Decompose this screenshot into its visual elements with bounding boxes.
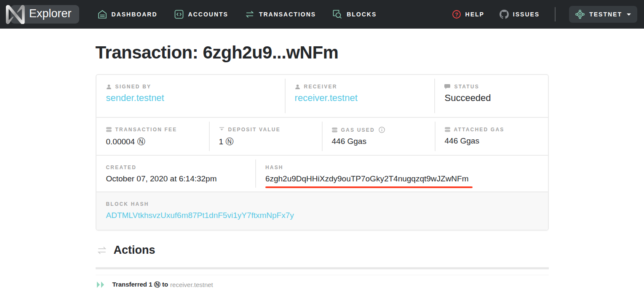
status-bubble-icon xyxy=(444,84,450,90)
nav-menu: DASHBOARD ACCOUNTS TRANSACTIONS BLOCKS xyxy=(98,10,394,19)
created-label-row: CREATED xyxy=(106,165,248,170)
main-content: Transaction: 6zgh2u9...wNFm SIGNED BY se… xyxy=(96,43,549,294)
user-icon xyxy=(295,84,300,90)
nav-item-label: BLOCKS xyxy=(347,11,377,18)
receiver-cell: RECEIVER receiver.testnet xyxy=(285,75,435,117)
info-icon[interactable] xyxy=(379,127,385,133)
block-hash-label-row: BLOCK HASH xyxy=(106,201,540,207)
page: Explorer DASHBOARD ACCOUNTS TRANSACTIONS xyxy=(0,0,644,303)
gas-used-cell: GAS USED 446 Ggas xyxy=(322,118,435,155)
transfer-chevrons-icon xyxy=(96,282,106,288)
nav-right: ? HELP ISSUES TESTNET xyxy=(452,6,637,23)
action-description: Transferred 1 Ⓝ to xyxy=(112,281,168,289)
block-hash-link[interactable]: ADTMLVtkhsvzUxuf6m87Pt1dnF5vi1yY7ftxmNpF… xyxy=(106,211,294,220)
receiver-label: RECEIVER xyxy=(304,84,337,90)
transaction-fee-cell: TRANSACTION FEE 0.00004 Ⓝ xyxy=(96,118,209,155)
gas-used-label: GAS USED xyxy=(341,127,375,133)
attached-gas-label: ATTACHED GAS xyxy=(454,127,505,133)
signed-by-label: SIGNED BY xyxy=(115,84,152,90)
transaction-details-card: SIGNED BY sender.testnet RECEIVER receiv… xyxy=(96,74,549,231)
user-icon xyxy=(106,84,112,90)
hash-value: 6zgh2u9DqHHiXzdy9ouTP7oGky2T4nugqzqt9wJZ… xyxy=(265,174,540,183)
hash-annotation-underline xyxy=(265,186,473,188)
status-value: Succeeded xyxy=(444,93,540,104)
network-label: TESTNET xyxy=(589,11,622,18)
block-hash-label: BLOCK HASH xyxy=(106,201,149,207)
status-cell: STATUS Succeeded xyxy=(435,75,548,117)
card-row-block-hash: BLOCK HASH ADTMLVtkhsvzUxuf6m87Pt1dnF5vi… xyxy=(96,191,548,230)
accounts-icon xyxy=(174,10,184,19)
receiver-account-link[interactable]: receiver.testnet xyxy=(295,93,358,103)
network-selector-button[interactable]: TESTNET xyxy=(569,6,637,23)
actions-divider xyxy=(96,267,549,269)
issues-label: ISSUES xyxy=(513,11,540,18)
block-hash-cell: BLOCK HASH ADTMLVtkhsvzUxuf6m87Pt1dnF5vi… xyxy=(96,192,548,230)
coins-icon xyxy=(445,127,450,132)
svg-text:?: ? xyxy=(455,12,458,18)
attached-gas-cell: ATTACHED GAS 446 Ggas xyxy=(435,118,548,155)
dashboard-icon xyxy=(98,10,107,19)
deposit-value-cell: DEPOSIT VALUE 1 Ⓝ xyxy=(209,118,322,155)
action-receiver-link[interactable]: receiver.testnet xyxy=(170,281,213,288)
deposit-value-value: 1 Ⓝ xyxy=(219,136,315,147)
transaction-fee-label-row: TRANSACTION FEE xyxy=(106,127,202,133)
card-row-identity: SIGNED BY sender.testnet RECEIVER receiv… xyxy=(96,75,548,117)
issues-link[interactable]: ISSUES xyxy=(500,10,540,19)
help-label: HELP xyxy=(465,11,484,18)
card-row-gas: TRANSACTION FEE 0.00004 Ⓝ DEPOSIT VALUE … xyxy=(96,117,548,155)
blocks-icon xyxy=(333,10,342,19)
help-icon: ? xyxy=(452,10,461,19)
brand-link[interactable]: Explorer xyxy=(6,5,79,24)
nav-item-label: ACCOUNTS xyxy=(188,11,228,18)
attached-gas-value: 446 Ggas xyxy=(445,136,540,146)
created-value: October 07, 2020 at 6:14:32pm xyxy=(106,174,248,183)
transactions-icon xyxy=(245,10,254,19)
nav-item-label: DASHBOARD xyxy=(112,11,158,18)
filter-icon xyxy=(219,127,224,132)
action-row: Transferred 1 Ⓝ to receiver.testnet xyxy=(96,275,549,294)
help-link[interactable]: ? HELP xyxy=(452,10,484,19)
receiver-label-row: RECEIVER xyxy=(295,84,428,90)
hash-label: HASH xyxy=(265,165,283,170)
near-logo-icon xyxy=(6,5,25,24)
status-label-row: STATUS xyxy=(444,84,540,90)
deposit-value-label-row: DEPOSIT VALUE xyxy=(219,127,315,133)
deposit-value-label: DEPOSIT VALUE xyxy=(228,127,281,133)
actions-header: Actions xyxy=(96,244,549,257)
chevron-down-icon xyxy=(627,13,631,18)
coins-icon xyxy=(106,127,112,132)
nav-item-blocks[interactable]: BLOCKS xyxy=(333,10,377,19)
status-label: STATUS xyxy=(454,84,479,90)
hash-cell: HASH 6zgh2u9DqHHiXzdy9ouTP7oGky2T4nugqzq… xyxy=(256,156,548,191)
card-row-created-hash: CREATED October 07, 2020 at 6:14:32pm HA… xyxy=(96,155,548,191)
attached-gas-label-row: ATTACHED GAS xyxy=(445,127,540,133)
github-icon xyxy=(500,10,509,19)
actions-title: Actions xyxy=(114,244,155,257)
created-cell: CREATED October 07, 2020 at 6:14:32pm xyxy=(96,156,256,191)
nav-item-transactions[interactable]: TRANSACTIONS xyxy=(245,10,316,19)
nav-item-accounts[interactable]: ACCOUNTS xyxy=(174,10,228,19)
gas-used-value: 446 Ggas xyxy=(332,137,428,146)
signed-by-cell: SIGNED BY sender.testnet xyxy=(96,75,285,117)
transaction-fee-value: 0.00004 Ⓝ xyxy=(106,136,202,147)
nav-divider xyxy=(555,7,556,21)
gas-used-label-row: GAS USED xyxy=(332,127,428,133)
transaction-fee-label: TRANSACTION FEE xyxy=(115,127,177,133)
created-label: CREATED xyxy=(106,165,137,170)
nav-item-dashboard[interactable]: DASHBOARD xyxy=(98,10,158,19)
signed-by-account-link[interactable]: sender.testnet xyxy=(106,93,164,103)
signed-by-label-row: SIGNED BY xyxy=(106,84,278,90)
coins-icon xyxy=(332,128,337,133)
page-title: Transaction: 6zgh2u9...wNFm xyxy=(96,43,549,63)
nav-item-label: TRANSACTIONS xyxy=(259,11,316,18)
network-icon xyxy=(575,10,585,19)
actions-icon xyxy=(96,245,108,255)
navbar: Explorer DASHBOARD ACCOUNTS TRANSACTIONS xyxy=(0,0,644,29)
hash-label-row: HASH xyxy=(265,165,540,170)
